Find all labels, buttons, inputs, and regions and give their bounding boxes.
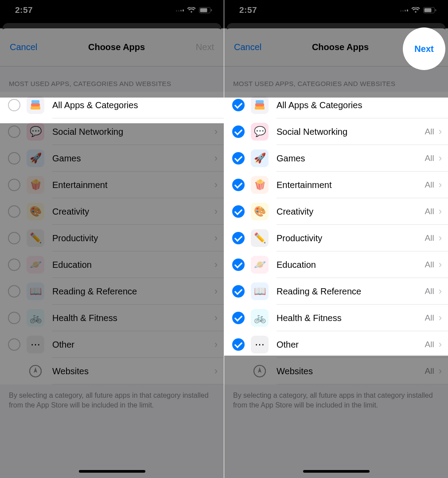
check-circle[interactable] — [232, 179, 245, 191]
check-circle[interactable] — [232, 259, 245, 271]
row-health[interactable]: 🚲Health & Fitness› — [0, 305, 224, 331]
row-other[interactable]: ⋯OtherAll› — [224, 331, 448, 358]
check-circle[interactable] — [232, 312, 245, 324]
svg-rect-9 — [435, 9, 436, 12]
svg-rect-3 — [31, 106, 40, 110]
footer-note: By selecting a category, all future apps… — [0, 384, 224, 427]
chevron-right-icon: › — [214, 179, 218, 191]
svg-rect-12 — [256, 100, 264, 103]
row-all-apps[interactable]: All Apps & Categories — [224, 92, 448, 118]
row-health[interactable]: 🚲Health & FitnessAll› — [224, 305, 448, 331]
check-circle[interactable] — [232, 99, 245, 111]
check-circle[interactable] — [8, 312, 20, 324]
row-education[interactable]: 🪐EducationAll› — [224, 251, 448, 278]
check-circle[interactable] — [8, 259, 20, 271]
row-reading[interactable]: 📖Reading & ReferenceAll› — [224, 278, 448, 305]
row-games[interactable]: 🚀Games› — [0, 145, 224, 172]
row-websites[interactable]: WebsitesAll› — [224, 358, 448, 384]
battery-icon — [199, 7, 212, 13]
row-trailing: All — [425, 180, 434, 190]
check-circle[interactable] — [232, 232, 245, 244]
category-icon: ⋯ — [251, 336, 269, 353]
svg-rect-4 — [31, 103, 40, 106]
chevron-right-icon: › — [214, 232, 218, 244]
footer-note: By selecting a category, all future apps… — [224, 384, 448, 427]
check-circle[interactable] — [8, 179, 20, 191]
check-circle[interactable] — [8, 99, 20, 111]
row-label: Education — [52, 260, 214, 270]
chevron-right-icon: › — [214, 365, 218, 377]
chevron-right-icon: › — [214, 126, 218, 137]
row-trailing: All — [425, 233, 434, 243]
category-icon: 💬 — [251, 123, 269, 141]
row-label: Websites — [277, 366, 425, 376]
row-creativity[interactable]: 🎨CreativityAll› — [224, 198, 448, 225]
row-label: Productivity — [52, 233, 214, 243]
status-bar: 2:57 — [224, 0, 448, 22]
row-label: Education — [277, 260, 425, 270]
row-education[interactable]: 🪐Education› — [0, 251, 224, 278]
check-circle[interactable] — [8, 125, 20, 138]
row-label: Games — [52, 153, 214, 164]
svg-rect-11 — [255, 103, 264, 106]
check-circle[interactable] — [8, 232, 20, 244]
row-label: Entertainment — [277, 180, 425, 190]
row-entertainment[interactable]: 🍿Entertainment› — [0, 172, 224, 198]
row-trailing: All — [425, 207, 434, 216]
check-circle[interactable] — [8, 152, 20, 165]
category-icon — [27, 96, 44, 114]
row-games[interactable]: 🚀GamesAll› — [224, 145, 448, 172]
row-label: Entertainment — [52, 180, 214, 190]
row-label: Creativity — [52, 207, 214, 217]
status-indicators — [176, 7, 212, 13]
category-icon: 🚀 — [27, 149, 44, 167]
check-circle[interactable] — [232, 285, 245, 298]
row-productivity[interactable]: ✏️ProductivityAll› — [224, 225, 448, 251]
chevron-right-icon: › — [214, 259, 218, 270]
check-circle[interactable] — [232, 152, 245, 165]
cancel-button[interactable]: Cancel — [234, 42, 261, 52]
row-entertainment[interactable]: 🍿EntertainmentAll› — [224, 172, 448, 198]
status-bar: 2:57 — [0, 0, 224, 22]
row-social[interactable]: 💬Social NetworkingAll› — [224, 118, 448, 145]
row-websites[interactable]: Websites› — [0, 358, 224, 384]
row-reading[interactable]: 📖Reading & Reference› — [0, 278, 224, 305]
row-social[interactable]: 💬Social Networking› — [0, 118, 224, 145]
row-label: Other — [277, 340, 425, 350]
category-icon: 🍿 — [251, 176, 269, 194]
check-circle[interactable] — [232, 205, 245, 218]
home-indicator — [79, 470, 145, 473]
chevron-right-icon: › — [439, 365, 442, 377]
check-circle[interactable] — [232, 125, 245, 138]
check-circle[interactable] — [8, 285, 20, 298]
row-creativity[interactable]: 🎨Creativity› — [0, 198, 224, 225]
row-productivity[interactable]: ✏️Productivity› — [0, 225, 224, 251]
svg-rect-1 — [200, 8, 207, 12]
chevron-right-icon: › — [439, 153, 442, 164]
check-circle[interactable] — [8, 338, 20, 351]
category-icon: 🪐 — [251, 256, 269, 274]
cellular-icon — [176, 9, 184, 12]
category-icon: 🪐 — [27, 256, 44, 274]
row-all-apps[interactable]: All Apps & Categories — [0, 92, 224, 118]
category-icon: 🎨 — [27, 203, 44, 220]
chevron-right-icon: › — [439, 206, 442, 217]
chevron-right-icon: › — [439, 339, 442, 350]
row-other[interactable]: ⋯Other› — [0, 331, 224, 358]
row-trailing: All — [425, 313, 434, 323]
next-button[interactable]: Next — [196, 42, 214, 52]
svg-rect-5 — [31, 100, 39, 103]
category-icon: ⋯ — [27, 336, 44, 353]
category-icon: 🍿 — [27, 176, 44, 194]
row-trailing: All — [425, 286, 434, 296]
cancel-button[interactable]: Cancel — [10, 42, 37, 52]
category-icon — [251, 96, 269, 114]
next-highlight-label[interactable]: Next — [414, 44, 433, 54]
row-label: Reading & Reference — [277, 286, 425, 297]
row-trailing: All — [425, 127, 434, 137]
next-highlight: Next — [403, 27, 445, 70]
check-circle[interactable] — [232, 338, 245, 351]
check-circle[interactable] — [8, 205, 20, 218]
category-list: All Apps & Categories💬Social Networking›… — [0, 92, 224, 384]
category-icon: 📖 — [251, 282, 269, 300]
